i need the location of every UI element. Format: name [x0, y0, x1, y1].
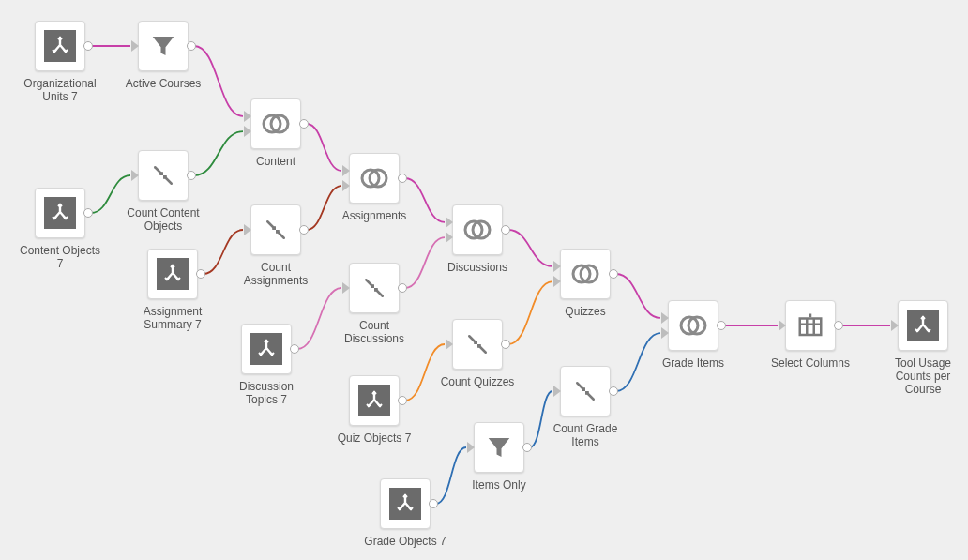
- input-port[interactable]: [661, 327, 669, 339]
- node-label: Quizzes: [544, 305, 627, 318]
- node-box[interactable]: [452, 204, 503, 255]
- node-box[interactable]: [250, 204, 301, 255]
- node-assign-summary[interactable]: Assignment Summary 7: [131, 249, 214, 331]
- node-select-cols[interactable]: Select Columns: [769, 300, 852, 370]
- node-box[interactable]: [668, 300, 718, 351]
- node-output[interactable]: Tool Usage Counts per Course: [882, 300, 964, 396]
- node-box[interactable]: [898, 300, 948, 351]
- node-label: Count Grade Items: [544, 422, 627, 448]
- output-port[interactable]: [834, 321, 843, 330]
- node-active-courses[interactable]: Active Courses: [122, 21, 204, 90]
- input-port[interactable]: [244, 224, 251, 235]
- node-box[interactable]: [452, 319, 503, 370]
- node-label: Assignment Summary 7: [131, 305, 214, 331]
- node-box[interactable]: [241, 324, 292, 374]
- output-port[interactable]: [187, 41, 196, 51]
- data-source-icon: [157, 258, 189, 290]
- input-port[interactable]: [446, 232, 453, 243]
- output-port[interactable]: [299, 225, 309, 235]
- node-items-only[interactable]: Items Only: [458, 422, 540, 492]
- data-output-icon: [907, 310, 939, 341]
- input-port[interactable]: [244, 126, 251, 137]
- node-box[interactable]: [250, 98, 301, 149]
- output-port[interactable]: [398, 396, 407, 405]
- node-box[interactable]: [560, 366, 611, 416]
- node-count-grade[interactable]: Count Grade Items: [544, 366, 627, 448]
- node-label: Discussion Topics 7: [225, 380, 308, 406]
- node-org-units[interactable]: Organizational Units 7: [19, 21, 101, 103]
- node-box[interactable]: [138, 150, 189, 201]
- input-port[interactable]: [131, 40, 139, 52]
- node-assignments[interactable]: Assignments: [333, 153, 416, 222]
- node-discussions[interactable]: Discussions: [436, 204, 519, 274]
- output-port[interactable]: [83, 41, 93, 51]
- node-label: Active Courses: [122, 77, 204, 90]
- input-port[interactable]: [553, 261, 561, 272]
- node-count-assign[interactable]: Count Assignments: [234, 204, 317, 287]
- node-content-objects[interactable]: Content Objects 7: [19, 188, 101, 270]
- node-box[interactable]: [560, 249, 611, 299]
- output-port[interactable]: [290, 344, 299, 354]
- node-box[interactable]: [349, 263, 400, 313]
- input-port[interactable]: [342, 180, 350, 191]
- node-count-quizzes[interactable]: Count Quizzes: [436, 319, 519, 388]
- input-port[interactable]: [779, 320, 786, 331]
- input-port[interactable]: [553, 276, 561, 287]
- node-quiz-objects[interactable]: Quiz Objects 7: [333, 375, 416, 445]
- data-source-icon: [250, 333, 282, 365]
- node-box[interactable]: [380, 478, 431, 529]
- node-count-content[interactable]: Count Content Objects: [122, 150, 204, 233]
- input-port[interactable]: [661, 312, 669, 324]
- node-label: Grade Items: [652, 356, 734, 370]
- input-port[interactable]: [891, 320, 899, 331]
- input-port[interactable]: [467, 442, 475, 453]
- input-port[interactable]: [244, 111, 251, 122]
- svg-rect-14: [809, 314, 812, 318]
- join-icon: [569, 258, 601, 290]
- node-quizzes[interactable]: Quizzes: [544, 249, 627, 318]
- node-grade-objects[interactable]: Grade Objects 7: [364, 478, 446, 548]
- node-box[interactable]: [147, 249, 198, 299]
- node-label: Count Assignments: [234, 261, 317, 287]
- node-content[interactable]: Content: [234, 98, 317, 168]
- node-label: Grade Objects 7: [364, 535, 446, 548]
- output-port[interactable]: [83, 208, 93, 218]
- node-box[interactable]: [474, 422, 524, 473]
- input-port[interactable]: [131, 170, 139, 181]
- node-box[interactable]: [349, 153, 400, 204]
- data-source-icon: [44, 197, 76, 229]
- output-port[interactable]: [522, 443, 532, 452]
- node-count-disc[interactable]: Count Discussions: [333, 263, 416, 345]
- output-port[interactable]: [299, 119, 309, 129]
- output-port[interactable]: [398, 283, 407, 293]
- aggregate-icon: [571, 377, 599, 405]
- input-port[interactable]: [446, 339, 453, 350]
- node-box[interactable]: [35, 21, 85, 71]
- node-box[interactable]: [349, 375, 400, 426]
- input-port[interactable]: [342, 165, 350, 176]
- node-box[interactable]: [35, 188, 85, 238]
- output-port[interactable]: [717, 321, 726, 330]
- node-label: Count Discussions: [333, 319, 416, 345]
- join-icon: [358, 162, 390, 194]
- output-port[interactable]: [501, 225, 510, 235]
- data-source-icon: [358, 385, 390, 416]
- input-port[interactable]: [446, 217, 453, 228]
- output-port[interactable]: [501, 340, 510, 349]
- output-port[interactable]: [187, 171, 196, 180]
- node-label: Discussions: [436, 261, 519, 274]
- input-port[interactable]: [553, 386, 561, 397]
- workflow-canvas[interactable]: Organizational Units 7 Active Courses Co…: [0, 0, 968, 560]
- node-label: Tool Usage Counts per Course: [882, 356, 964, 396]
- output-port[interactable]: [429, 499, 438, 508]
- node-box[interactable]: [138, 21, 189, 71]
- node-grade-items[interactable]: Grade Items: [652, 300, 734, 370]
- input-port[interactable]: [342, 282, 350, 294]
- output-port[interactable]: [196, 269, 205, 279]
- output-port[interactable]: [609, 269, 618, 279]
- join-icon: [461, 214, 493, 246]
- output-port[interactable]: [398, 174, 407, 183]
- node-box[interactable]: [785, 300, 836, 351]
- node-disc-topics[interactable]: Discussion Topics 7: [225, 324, 308, 406]
- output-port[interactable]: [609, 386, 618, 396]
